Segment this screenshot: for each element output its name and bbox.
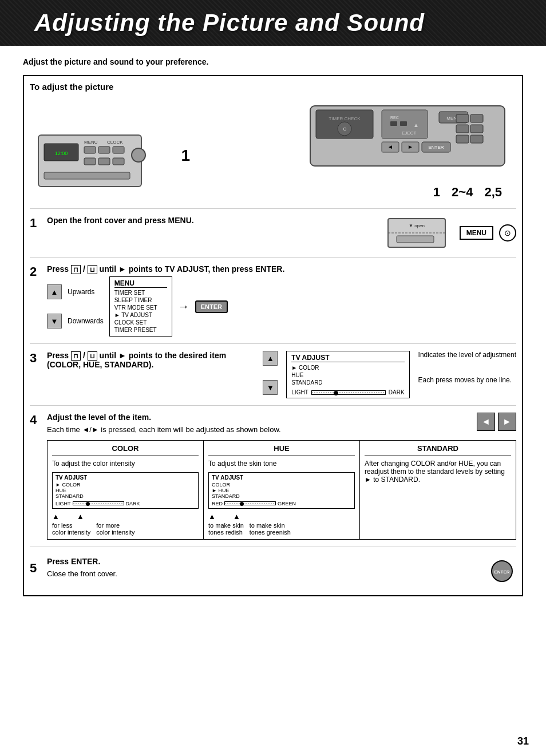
step-1-menu-button[interactable]: MENU [460, 226, 493, 240]
standard-header: STANDARD [365, 444, 511, 456]
svg-rect-4 [98, 147, 110, 153]
intro-text: Adjust the picture and sound to your pre… [23, 57, 523, 66]
color-mini-item2: HUE [56, 488, 195, 493]
hue-mini-dot [240, 502, 244, 506]
step-2-enter-button[interactable]: ENTER [195, 300, 228, 313]
step-1-title: Open the front cover and press MENU. [47, 216, 379, 225]
device-number-1: 1 [433, 185, 440, 200]
svg-rect-7 [98, 158, 110, 165]
step3-up-arrow: ▲ [263, 351, 278, 366]
slider-track [311, 390, 386, 395]
tv-adjust-box: TV ADJUST COLOR HUE STANDARD LIGHT DARK [286, 351, 409, 398]
up-arrow-row: ▲ Upwards [47, 284, 104, 299]
hue-mini-item1: COLOR [212, 482, 351, 488]
left-arrow-btn[interactable]: ◄ [477, 413, 495, 431]
step-1-number: 1 [30, 216, 41, 231]
svg-text:◄: ◄ [387, 144, 393, 150]
svg-rect-41 [397, 236, 434, 243]
step-3-number: 3 [30, 351, 41, 366]
svg-rect-36 [456, 135, 469, 143]
svg-rect-35 [470, 125, 483, 133]
step-3-row: 3 Press ⊓ / ⊔ until ► points to the desi… [30, 343, 516, 405]
step-4-body: Each time ◄/► is pressed, each item will… [47, 424, 281, 436]
standard-desc: After changing COLOR and/or HUE, you can… [365, 460, 511, 484]
menu-item-vtr-mode: VTR MODE SET [114, 304, 167, 311]
hue-mini-title: TV ADJUST [212, 474, 351, 481]
color-arrow-left: ▲ [52, 512, 60, 521]
hue-mini-line [225, 504, 275, 504]
menu-item-timer-set: TIMER SET [114, 289, 167, 296]
svg-rect-32 [456, 114, 469, 122]
menu-item-timer-preset: TIMER PRESET [114, 326, 167, 334]
step-4-content: Adjust the level of the item. Each time … [47, 413, 516, 540]
step-2-number: 2 [30, 264, 41, 279]
hue-desc: To adjust the skin tone [208, 460, 355, 468]
color-footer-arrows: ▲ ▲ [52, 512, 199, 521]
hue-footer-right: to make skintones greenish [250, 522, 291, 536]
color-col: COLOR To adjust the color intensity TV A… [48, 441, 204, 539]
color-footer-labels: for lesscolor intensity for morecolor in… [52, 522, 199, 536]
svg-rect-20 [390, 121, 397, 126]
slider-left-label: LIGHT [291, 389, 308, 395]
step-2-menu-box: MENU TIMER SET SLEEP TIMER VTR MODE SET … [109, 276, 172, 337]
slider-dot [334, 391, 338, 395]
hue-slider-right: GREEN [278, 501, 296, 506]
svg-text:12:00: 12:00 [55, 151, 68, 156]
step-2-illustration: ▲ Upwards ▼ Downwards MENU TIMER SET SLE… [47, 276, 516, 337]
hue-slider-left: RED [212, 501, 223, 506]
menu-item-clock-set: CLOCK SET [114, 319, 167, 326]
down-arrow-icon: ▼ [47, 314, 62, 328]
step-4-arrows: ◄ ► [477, 413, 516, 431]
step-5-title: Press ENTER. [47, 557, 476, 566]
box-title: To adjust the picture [30, 82, 516, 94]
step1-number: 1 [181, 147, 190, 165]
hue-footer-labels: to make skintones redish to make skinton… [208, 522, 355, 536]
enter-circle-container: ENTER [482, 554, 516, 583]
step-5-row: 5 Press ENTER. Close the front cover. EN… [30, 547, 516, 589]
svg-text:▲: ▲ [413, 122, 419, 128]
right-arrow-btn[interactable]: ► [498, 413, 516, 431]
svg-rect-34 [456, 125, 469, 133]
color-mini-box: TV ADJUST COLOR HUE STANDARD LIGHT DARK [52, 472, 199, 509]
page-header: Adjusting the Picture and Sound [0, 0, 546, 46]
svg-rect-21 [400, 121, 407, 126]
step-5-body: Close the front cover. [47, 568, 476, 580]
up-arrow-icon: ▲ [47, 284, 62, 299]
step-4-number: 4 [30, 413, 41, 428]
color-mini-line [73, 504, 124, 504]
color-mini-slider: LIGHT DARK [56, 501, 195, 506]
step3-down-arrow: ▼ [263, 380, 278, 395]
slider-right-label: DARK [389, 389, 405, 395]
step-4-title: Adjust the level of the item. [47, 413, 281, 422]
color-footer-right: for morecolor intensity [96, 522, 134, 536]
svg-text:CLOCK: CLOCK [107, 140, 123, 145]
svg-text:EJECT: EJECT [402, 130, 416, 136]
svg-text:⊙: ⊙ [343, 126, 347, 132]
step-4-text: Adjust the level of the item. Each time … [47, 413, 281, 436]
tv-item-hue: HUE [291, 371, 404, 379]
device-number-24: 2~4 [452, 185, 473, 200]
down-label: Downwards [68, 317, 104, 325]
step-3-tv-adjust: TV ADJUST COLOR HUE STANDARD LIGHT DARK [286, 351, 409, 398]
svg-rect-33 [470, 114, 483, 122]
svg-text:▼ open: ▼ open [409, 223, 425, 228]
color-mini-item1: COLOR [56, 482, 195, 488]
menu-item-tv-adjust: TV ADJUST [114, 311, 167, 319]
color-header: COLOR [52, 444, 199, 456]
device-number-25: 2,5 [484, 185, 502, 200]
step-5-content: Press ENTER. Close the front cover. [47, 557, 476, 580]
color-footer: ▲ ▲ for lesscolor intensity for morecolo… [52, 512, 199, 536]
color-desc: To adjust the color intensity [52, 460, 199, 468]
hue-footer-left: to make skintones redish [208, 522, 244, 536]
color-mini-title: TV ADJUST [56, 474, 195, 481]
step-2-title: Press ⊓ / ⊔ until ► points to TV ADJUST,… [47, 264, 516, 274]
device-numbers: 1 2~4 2,5 [307, 185, 513, 200]
page-title: Adjusting the Picture and Sound [0, 9, 425, 37]
hue-mini-slider: RED GREEN [212, 501, 351, 506]
page-number: 31 [517, 735, 529, 747]
tv-adjust-slider: LIGHT DARK [291, 389, 404, 395]
hue-footer: ▲ ▲ to make skintones redish to make ski… [208, 512, 355, 536]
hue-mini-item3: STANDARD [212, 493, 351, 499]
step-2-arrows: ▲ Upwards ▼ Downwards [47, 284, 104, 328]
big-box: To adjust the picture 12:00 [23, 75, 523, 596]
